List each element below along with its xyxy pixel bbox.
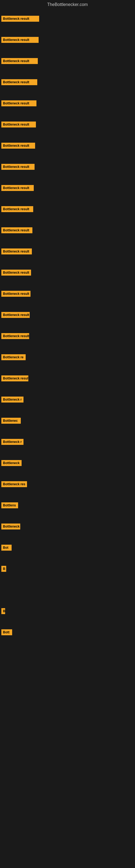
bottleneck-row: Bottlenec — [0, 410, 135, 431]
bottleneck-badge[interactable]: Bottleneck result — [1, 185, 34, 191]
bottleneck-row: Bottleneck result — [0, 135, 135, 156]
bottleneck-row: B — [0, 558, 135, 579]
bottleneck-badge[interactable]: Bottleneck result — [1, 143, 35, 149]
bottleneck-row — [0, 579, 135, 600]
bottleneck-badge[interactable]: Bottleneck result — [1, 164, 35, 170]
bottleneck-row: Bottleneck result — [0, 241, 135, 262]
bottleneck-badge[interactable]: Bottleneck result — [1, 58, 38, 64]
bottleneck-badge[interactable]: Bottleneck — [1, 524, 20, 529]
bottleneck-badge[interactable]: Bottleneck re — [1, 354, 26, 360]
bottleneck-row: Bottleneck result — [0, 220, 135, 241]
bottleneck-row: Bottleneck result — [0, 114, 135, 135]
bottleneck-badge[interactable]: Bottleneck res — [1, 481, 27, 487]
bottleneck-row: Bottleneck result — [0, 326, 135, 347]
bottleneck-row: Bottleneck result — [0, 304, 135, 326]
bottleneck-row: Bottleneck result — [0, 51, 135, 72]
bottleneck-badge[interactable]: Bottleneck result — [1, 248, 32, 254]
bottleneck-row: Bottleneck result — [0, 283, 135, 304]
bottleneck-row: Bot — [0, 537, 135, 558]
bottleneck-row: Bottleneck result — [0, 93, 135, 114]
bottleneck-badge[interactable]: Bottleneck result — [1, 37, 39, 43]
bottleneck-badge[interactable]: Bottleneck result — [1, 16, 39, 22]
bottleneck-row: Bottleneck result — [0, 8, 135, 29]
bottleneck-row: Bottleneck res — [0, 474, 135, 495]
bottleneck-row: Bottleneck result — [0, 156, 135, 177]
bottleneck-row: Bottleneck r — [0, 431, 135, 453]
bottleneck-badge[interactable]: Bottleneck result — [1, 333, 29, 339]
bottleneck-row: Bottleneck result — [0, 29, 135, 51]
bottleneck-badge[interactable]: Bottleneck result — [1, 206, 33, 212]
bottleneck-badge[interactable]: B — [1, 608, 5, 614]
bottleneck-badge[interactable]: Bottleneck result — [1, 100, 37, 106]
bottleneck-badge[interactable]: Bottleneck result — [1, 291, 31, 297]
rows-container: Bottleneck resultBottleneck resultBottle… — [0, 8, 135, 643]
bottleneck-badge[interactable]: Bott — [1, 629, 12, 635]
site-title-container: TheBottlenecker.com — [0, 0, 135, 8]
bottleneck-badge[interactable]: Bottleneck result — [1, 79, 37, 85]
bottleneck-row: Bott — [0, 622, 135, 643]
bottleneck-badge[interactable]: Bot — [1, 545, 12, 551]
bottleneck-badge[interactable]: Bottlens — [1, 502, 18, 508]
bottleneck-row: Bottleneck r — [0, 389, 135, 410]
bottleneck-row: Bottleneck — [0, 453, 135, 474]
bottleneck-badge[interactable]: Bottleneck result — [1, 270, 31, 276]
bottleneck-row: B — [0, 600, 135, 622]
site-title: TheBottlenecker.com — [0, 0, 135, 8]
bottleneck-badge[interactable]: Bottleneck — [1, 460, 21, 466]
bottleneck-badge[interactable]: Bottleneck result — [1, 122, 36, 127]
bottleneck-row: Bottleneck result — [0, 177, 135, 198]
bottleneck-badge[interactable]: Bottleneck result — [1, 312, 30, 318]
bottleneck-row: Bottleneck — [0, 516, 135, 537]
bottleneck-badge[interactable]: Bottleneck r — [1, 397, 24, 403]
bottleneck-row: Bottleneck re — [0, 347, 135, 368]
bottleneck-row: Bottleneck result — [0, 368, 135, 389]
bottleneck-badge[interactable]: B — [1, 566, 6, 572]
bottleneck-row: Bottlens — [0, 495, 135, 516]
bottleneck-badge[interactable]: Bottleneck r — [1, 439, 24, 445]
bottleneck-badge[interactable]: Bottleneck result — [1, 375, 28, 381]
bottleneck-badge[interactable]: Bottlenec — [1, 418, 21, 424]
bottleneck-badge[interactable]: Bottleneck result — [1, 227, 32, 233]
bottleneck-row: Bottleneck result — [0, 72, 135, 93]
bottleneck-row: Bottleneck result — [0, 262, 135, 283]
bottleneck-row: Bottleneck result — [0, 198, 135, 220]
